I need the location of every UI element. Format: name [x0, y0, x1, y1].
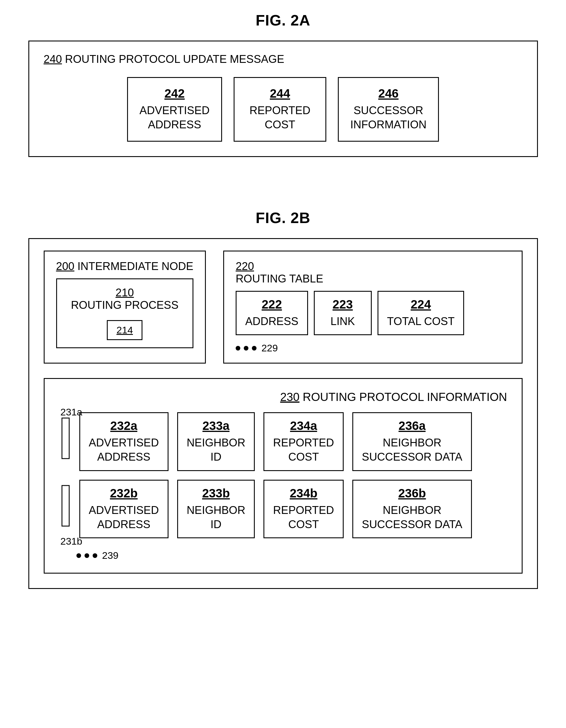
- rt-dots-row: 229: [236, 342, 510, 354]
- rpi-233b-id: 233b: [202, 486, 230, 500]
- fig2a-title: FIG. 2A: [256, 12, 310, 29]
- bracket-231b-icon: [59, 483, 72, 529]
- rpi-234b-id: 234b: [290, 486, 317, 500]
- box-242-label: ADVERTISEDADDRESS: [140, 103, 210, 132]
- rpi-dot-2: [85, 553, 89, 558]
- rpi-234a-id: 234a: [290, 419, 317, 433]
- rt-223-id: 223: [333, 298, 353, 311]
- rt-224-label: TOTAL COST: [387, 314, 455, 329]
- svg-rect-1: [62, 486, 69, 526]
- rpi-cell-232a: 232a ADVERTISEDADDRESS: [79, 412, 169, 471]
- box-244-id: 244: [270, 87, 290, 101]
- rpi-234b-label: REPORTEDCOST: [273, 503, 334, 532]
- rpi-236b-label: NEIGHBORSUCCESSOR DATA: [362, 503, 462, 532]
- sub-box-214: 214: [107, 320, 143, 340]
- rpi-cell-232b: 232b ADVERTISEDADDRESS: [79, 480, 169, 539]
- rpi-dot-1: [76, 553, 81, 558]
- rpi-callout: 239: [102, 550, 119, 561]
- rpi-cell-234b: 234b REPORTEDCOST: [264, 480, 343, 539]
- box-242-id: 242: [165, 87, 185, 101]
- rpi-233b-label: NEIGHBORID: [187, 503, 246, 532]
- rpi-232a-label: ADVERTISEDADDRESS: [89, 436, 159, 464]
- rpi-cell-236b: 236b NEIGHBORSUCCESSOR DATA: [352, 480, 472, 539]
- rpi-dot-3: [93, 553, 97, 558]
- box-246-id: 246: [378, 87, 399, 101]
- fig2a-container-label: 240 ROUTING PROTOCOL UPDATE MESSAGE: [44, 53, 523, 65]
- rt-callout: 229: [262, 342, 278, 354]
- rpi-236b-id: 236b: [398, 486, 426, 500]
- box-242: 242 ADVERTISEDADDRESS: [127, 77, 222, 142]
- rpi-232b-id: 232b: [110, 486, 138, 500]
- rt-cell-224: 224 TOTAL COST: [377, 291, 464, 335]
- rpi-236a-id: 236a: [399, 419, 426, 433]
- dot-1: [236, 346, 240, 351]
- rt-224-id: 224: [410, 298, 431, 311]
- box-246-label: SUCCESSORINFORMATION: [350, 103, 426, 132]
- routing-table-box: 220 ROUTING TABLE 222 ADDRESS 223 LINK 2…: [223, 251, 523, 364]
- rpi-cell-234a: 234a REPORTEDCOST: [264, 412, 343, 471]
- box-246: 246 SUCCESSORINFORMATION: [338, 77, 439, 142]
- routing-table-label: 220 ROUTING TABLE: [236, 260, 510, 285]
- intermediate-node-box: 200 INTERMEDIATE NODE 210 ROUTING PROCES…: [44, 251, 206, 364]
- routing-table-inner: 222 ADDRESS 223 LINK 224 TOTAL COST: [236, 291, 510, 335]
- rpi-dots-row: 239: [59, 550, 507, 561]
- rt-223-label: LINK: [330, 314, 355, 329]
- routing-process-box: 210 ROUTING PROCESS 214: [56, 278, 194, 348]
- routing-process-label: 210 ROUTING PROCESS: [67, 287, 183, 311]
- fig2a-container: 240 ROUTING PROTOCOL UPDATE MESSAGE 242 …: [28, 41, 538, 157]
- rpi-236a-label: NEIGHBORSUCCESSOR DATA: [362, 436, 462, 464]
- rpi-cell-233a: 233a NEIGHBORID: [177, 412, 255, 471]
- rt-222-id: 222: [262, 298, 282, 311]
- fig2b-title: FIG. 2B: [256, 209, 310, 227]
- intermediate-node-label: 200 INTERMEDIATE NODE: [56, 260, 194, 273]
- rt-cell-222: 222 ADDRESS: [236, 291, 308, 335]
- rt-cell-223: 223 LINK: [314, 291, 372, 335]
- fig2a-boxes-row: 242 ADVERTISEDADDRESS 244 REPORTEDCOST 2…: [44, 77, 523, 142]
- dot-2: [244, 346, 249, 351]
- box-244-label: REPORTEDCOST: [250, 103, 310, 132]
- dot-3: [252, 346, 257, 351]
- rpi-container: 230 ROUTING PROTOCOL INFORMATION 231a 23…: [44, 378, 523, 574]
- svg-rect-0: [62, 418, 69, 459]
- rpi-234a-label: REPORTEDCOST: [273, 436, 334, 464]
- callout-231b: 231b: [61, 536, 83, 547]
- rpi-row-a: 231a 232a ADVERTISEDADDRESS 233a NEIGHBO…: [59, 412, 507, 471]
- rt-222-label: ADDRESS: [245, 314, 298, 329]
- rpi-row-b: 232b ADVERTISEDADDRESS 233b NEIGHBORID 2…: [59, 480, 507, 539]
- fig2b-container: 200 INTERMEDIATE NODE 210 ROUTING PROCES…: [28, 238, 538, 589]
- rpi-233a-label: NEIGHBORID: [187, 436, 246, 464]
- rpi-232a-id: 232a: [110, 419, 137, 433]
- rpi-cell-236a: 236a NEIGHBORSUCCESSOR DATA: [352, 412, 472, 471]
- bracket-231a-icon: [59, 415, 72, 461]
- fig2b-top: 200 INTERMEDIATE NODE 210 ROUTING PROCES…: [44, 251, 523, 364]
- rpi-cell-233b: 233b NEIGHBORID: [177, 480, 255, 539]
- rpi-232b-label: ADVERTISEDADDRESS: [89, 503, 159, 532]
- rpi-title: 230 ROUTING PROTOCOL INFORMATION: [59, 391, 507, 404]
- box-244: 244 REPORTEDCOST: [234, 77, 326, 142]
- rpi-233a-id: 233a: [202, 419, 229, 433]
